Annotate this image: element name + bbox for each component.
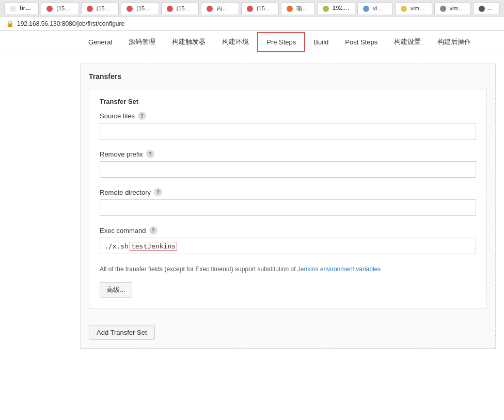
info-text: All of the transfer fields (except for E…: [100, 265, 476, 274]
exec-command-label: Exec command ?: [100, 226, 476, 235]
transfers-section: Transfers Transfer Set Source files ? Re…: [80, 64, 496, 349]
transfer-set-label: Transfer Set: [100, 98, 476, 105]
remove-prefix-label: Remove prefix ?: [100, 150, 476, 158]
exec-command-display: ./x.sh testJenkins: [100, 238, 476, 254]
nav-tabs: General 源码管理 构建触发器 构建环境 Pre Steps Build …: [0, 31, 504, 53]
source-files-help-icon[interactable]: ?: [138, 112, 146, 120]
tab-build-settings[interactable]: 构建设置: [386, 31, 429, 53]
active-tab[interactable]: firs ×: [4, 2, 39, 13]
tab-9[interactable]: vim参: [357, 2, 393, 14]
tab-7[interactable]: 项目·: [281, 2, 315, 14]
tab-post-build[interactable]: 构建后操作: [429, 31, 479, 53]
remote-directory-help-icon[interactable]: ?: [154, 188, 162, 196]
exec-command-prefix: ./x.sh: [104, 242, 129, 250]
remove-prefix-group: Remove prefix ?: [100, 150, 476, 178]
lock-icon: 🔒: [6, 20, 14, 27]
transfer-set-box: Transfer Set Source files ? Remove prefi…: [89, 89, 487, 308]
remove-prefix-input[interactable]: [100, 161, 476, 178]
tab-build-env[interactable]: 构建环境: [214, 31, 257, 53]
remove-prefix-help-icon[interactable]: ?: [146, 150, 154, 158]
page-content: General 源码管理 构建触发器 构建环境 Pre Steps Build …: [0, 31, 504, 420]
tab-build-trigger[interactable]: 构建触发器: [164, 31, 214, 53]
source-files-input[interactable]: [100, 123, 476, 139]
advanced-button[interactable]: 高级...: [100, 282, 132, 298]
tab-source[interactable]: 源码管理: [120, 31, 164, 53]
jenkins-env-vars-link[interactable]: Jenkins environment variables: [297, 266, 381, 273]
exec-command-group: Exec command ? ./x.sh testJenkins: [100, 226, 476, 254]
address-bar: 🔒 192.168.56.130:8080/job/first/configur…: [0, 17, 504, 31]
browser-tabs: firs × (158参 (158参 (158参 (158参 内容管 (158参…: [0, 0, 504, 17]
tab-general[interactable]: General: [80, 32, 120, 52]
tab-6[interactable]: (158参: [241, 2, 279, 14]
exec-command-help-icon[interactable]: ?: [149, 226, 158, 235]
tab-8[interactable]: 192.16: [317, 2, 355, 13]
tab-11[interactable]: vim怎·: [434, 2, 471, 14]
tab-pre-steps[interactable]: Pre Steps: [257, 32, 305, 52]
transfers-title: Transfers: [89, 72, 487, 81]
tab-3[interactable]: (158参: [121, 2, 159, 14]
address-text: 192.168.56.130:8080/job/first/configure: [17, 20, 124, 27]
remote-directory-group: Remote directory ?: [100, 188, 476, 216]
source-files-group: Source files ?: [100, 112, 476, 139]
remote-directory-input[interactable]: [100, 199, 476, 216]
tab-post-steps[interactable]: Post Steps: [337, 32, 386, 52]
exec-command-highlight: testJenkins: [130, 242, 177, 251]
main-area: Transfers Transfer Set Source files ? Re…: [0, 53, 504, 359]
tab-5[interactable]: 内容管: [201, 2, 239, 14]
tab-build[interactable]: Build: [305, 32, 337, 52]
tab-2[interactable]: (158参: [81, 2, 119, 14]
tab-12[interactable]: lin: [473, 2, 500, 13]
tab-10[interactable]: vim参·: [395, 2, 432, 14]
source-files-label: Source files ?: [100, 112, 476, 120]
remote-directory-label: Remote directory ?: [100, 188, 476, 196]
tab-4[interactable]: (158参: [161, 2, 199, 14]
add-transfer-set-button[interactable]: Add Transfer Set: [89, 325, 155, 340]
tab-1[interactable]: (158参: [41, 2, 79, 14]
